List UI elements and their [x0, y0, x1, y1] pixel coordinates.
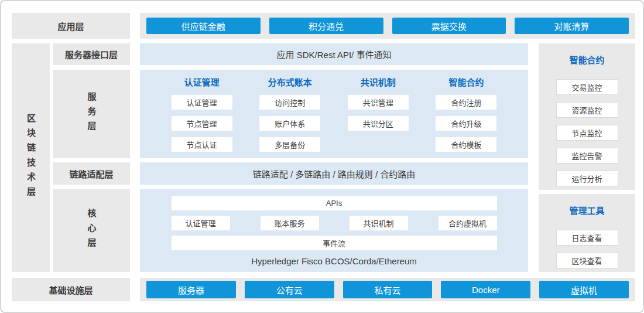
service-column-contract: 智能合约 合约注册 合约升级 合约模板 [436, 77, 496, 158]
monitor-panel-header: 智能合约 [569, 53, 604, 66]
service-item: 共识管理 [348, 95, 409, 110]
monitor-panel: 智能合约 交易监控 资源监控 节点监控 监控告警 运行分析 [539, 43, 635, 190]
link-routing-band: 链路适配 / 多链路由 / 路由规则 / 合约路由 [140, 162, 528, 185]
core-module: 共识机制 [350, 216, 408, 230]
service-item: 认证管理 [172, 95, 232, 110]
tool-item: 日志查看 [556, 230, 618, 246]
sdk-api-band: 应用 SDK/Rest API/ 事件通知 [140, 43, 528, 65]
service-layer-label-text: 服务层 [85, 92, 98, 136]
app-layer-label: 应用层 [12, 13, 130, 39]
core-module: 认证管理 [172, 216, 230, 230]
app-button-points-exchange[interactable]: 积分通兑 [269, 18, 383, 34]
monitor-item: 资源监控 [556, 102, 618, 118]
service-columns: 认证管理 认证管理 节点管理 节点认证 分布式账本 访问控制 账户体系 多层备份… [172, 77, 497, 158]
infra-button-server[interactable]: 服务器 [146, 281, 236, 298]
tech-layer-label: 区块链技术层 [12, 43, 50, 272]
service-column-ledger-header: 分布式账本 [259, 77, 320, 89]
service-layer-label: 服务层 [53, 70, 130, 158]
service-item: 共识分区 [348, 116, 409, 131]
core-module: 账本服务 [261, 216, 319, 230]
service-column-consensus: 共识机制 共识管理 共识分区 [348, 77, 409, 158]
event-stream-bar: 事件流 [172, 236, 497, 250]
tech-layer-label-text: 区块链技术层 [25, 114, 37, 202]
service-column-auth-header: 认证管理 [172, 77, 232, 89]
service-item: 访问控制 [259, 95, 320, 110]
app-button-reconciliation[interactable]: 对账清算 [515, 18, 629, 34]
app-button-supply-chain-finance[interactable]: 供应链金融 [146, 18, 261, 34]
apis-bar: APIs [172, 196, 497, 210]
infra-layer-band: 服务器 公有云 私有云 Docker 虚拟机 [140, 278, 635, 301]
monitor-item: 交易监控 [556, 79, 618, 95]
core-layer-label-text: 核心层 [85, 209, 98, 253]
service-item: 合约模板 [436, 137, 496, 152]
core-inner: APIs 认证管理 账本服务 共识机制 合约虚拟机 事件流 Hyperledge… [172, 196, 497, 266]
service-item: 多层备份 [259, 137, 320, 152]
monitor-item: 运行分析 [556, 171, 618, 186]
service-column-contract-header: 智能合约 [436, 77, 496, 89]
service-layer-panel: 认证管理 认证管理 节点管理 节点认证 分布式账本 访问控制 账户体系 多层备份… [140, 70, 528, 158]
tools-panel: 管理工具 日志查看 区块查看 [539, 194, 635, 272]
infra-button-public-cloud[interactable]: 公有云 [245, 281, 334, 298]
service-item: 节点管理 [172, 116, 232, 131]
tools-panel-header: 管理工具 [569, 204, 604, 216]
service-column-auth: 认证管理 认证管理 节点管理 节点认证 [172, 77, 232, 158]
app-button-bill-exchange[interactable]: 票据交换 [392, 18, 506, 34]
architecture-diagram: 应用层 供应链金融 积分通兑 票据交换 对账清算 区块链技术层 服务器接口层 应… [0, 0, 644, 313]
tool-item: 区块查看 [556, 253, 618, 268]
app-layer-band: 供应链金融 积分通兑 票据交换 对账清算 [140, 13, 635, 39]
link-layer-label: 链路适配层 [53, 162, 130, 185]
infra-layer-label: 基础设施层 [12, 278, 130, 301]
core-layer-panel: APIs 认证管理 账本服务 共识机制 合约虚拟机 事件流 Hyperledge… [140, 189, 528, 272]
core-layer-label: 核心层 [53, 189, 130, 272]
service-item: 节点认证 [172, 137, 232, 152]
infra-button-private-cloud[interactable]: 私有云 [343, 281, 433, 298]
monitor-item: 节点监控 [556, 125, 618, 141]
infra-button-docker[interactable]: Docker [441, 281, 530, 298]
service-column-consensus-header: 共识机制 [348, 77, 409, 89]
service-item: 账户体系 [259, 116, 320, 131]
service-item: 合约升级 [436, 116, 496, 131]
infra-button-vm[interactable]: 虚拟机 [539, 281, 629, 298]
core-modules-row: 认证管理 账本服务 共识机制 合约虚拟机 [172, 216, 497, 230]
monitor-item: 监控告警 [556, 148, 618, 164]
core-module: 合约虚拟机 [439, 216, 497, 230]
service-column-ledger: 分布式账本 访问控制 账户体系 多层备份 [259, 77, 320, 158]
platforms-text: Hyperledger Fisco BCOS/Corda/Ethereum [172, 256, 497, 266]
interface-layer-label: 服务器接口层 [53, 43, 130, 65]
service-item: 合约注册 [436, 95, 496, 110]
